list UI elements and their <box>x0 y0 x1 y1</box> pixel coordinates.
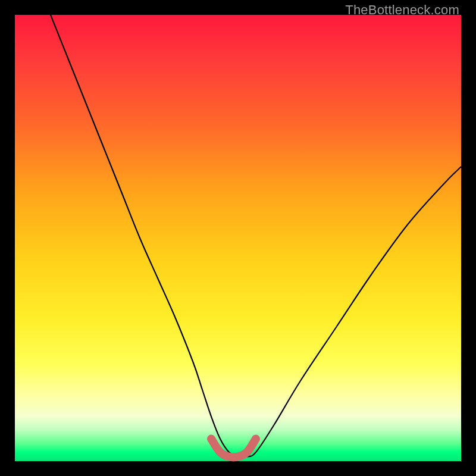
bottleneck-curve-path <box>51 15 461 458</box>
plot-gradient-background <box>15 15 461 461</box>
chart-frame: TheBottleneck.com <box>0 0 476 476</box>
optimal-band-path <box>211 439 256 458</box>
curve-svg <box>15 15 461 461</box>
